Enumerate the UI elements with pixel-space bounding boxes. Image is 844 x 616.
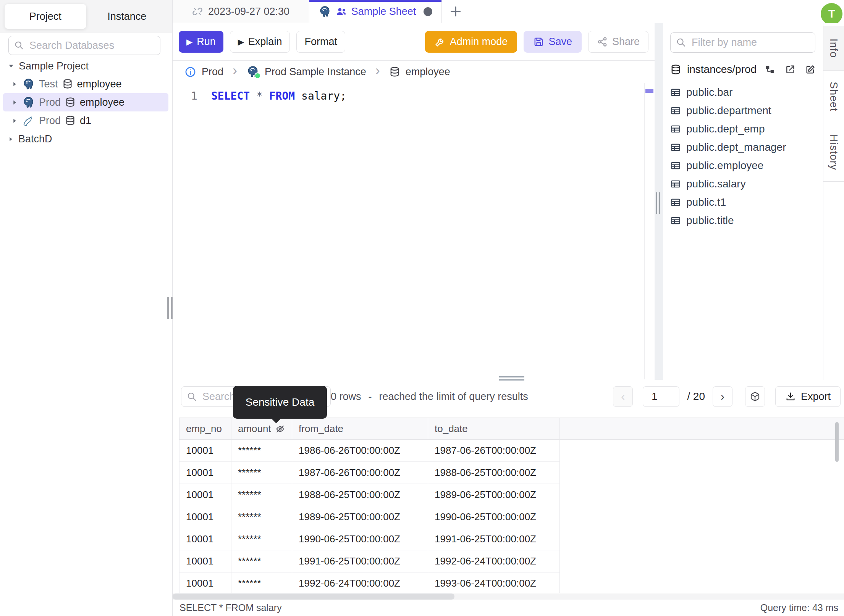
worksheet-tab-label: 2023-09-27 02:30 xyxy=(208,6,289,18)
sql-code-line: SELECT * FROM salary; xyxy=(211,90,346,102)
table-row[interactable]: 10001****** 1986-06-26T00:00:00Z1987-06-… xyxy=(179,440,844,462)
table-icon xyxy=(670,215,681,226)
filter-input[interactable] xyxy=(691,36,810,49)
sql-keyword: FROM xyxy=(269,90,295,102)
results-status-bar: SELECT * FROM salary Query time: 43 ms xyxy=(179,601,838,614)
table-icon xyxy=(670,142,681,153)
table-list-item[interactable]: public.dept_manager xyxy=(663,138,823,156)
table-row[interactable]: 10001****** 1990-06-25T00:00:00Z1991-06-… xyxy=(179,528,844,550)
tab-history[interactable]: History xyxy=(823,123,844,182)
breadcrumb-database[interactable]: employee xyxy=(406,66,450,78)
save-button[interactable]: Save xyxy=(524,31,582,53)
users-icon xyxy=(336,6,347,17)
table-list-item[interactable]: public.title xyxy=(663,211,823,230)
search-databases-field[interactable] xyxy=(8,36,160,55)
search-databases-input[interactable] xyxy=(29,39,155,52)
chevron-right-icon xyxy=(8,136,14,142)
chevron-right-icon xyxy=(11,99,18,106)
tab-info[interactable]: Info xyxy=(823,26,844,71)
batch-label: BatchD xyxy=(18,133,52,145)
results-resize-handle[interactable] xyxy=(499,376,524,382)
filter-field[interactable] xyxy=(670,32,815,53)
external-link-icon[interactable] xyxy=(785,64,795,75)
horizontal-scrollbar[interactable] xyxy=(173,593,844,600)
schema-sidebar: instances/prod public.bar public.departm… xyxy=(663,23,823,380)
table-list-item[interactable]: public.dept_emp xyxy=(663,120,823,138)
editor-overview-ruler[interactable] xyxy=(644,83,655,379)
environment-label: Prod xyxy=(39,97,61,108)
sql-editor[interactable]: 1 SELECT * FROM salary; xyxy=(173,83,655,379)
column-header[interactable]: to_date xyxy=(428,418,560,440)
database-icon xyxy=(389,66,400,77)
table-row[interactable]: 10001****** 1991-06-25T00:00:00Z1992-06-… xyxy=(179,550,844,572)
sidebar-mode-switcher: Project Instance xyxy=(0,0,172,33)
page-number-input[interactable] xyxy=(643,386,679,407)
column-header[interactable]: from_date xyxy=(292,418,428,440)
tree-node-prod-d1[interactable]: Prod d1 xyxy=(0,111,171,130)
admin-mode-button[interactable]: Admin mode xyxy=(425,31,517,53)
worksheet-tabbar: 2023-09-27 02:30 Sample Sheet T xyxy=(173,0,844,23)
share-button[interactable]: Share xyxy=(588,31,648,53)
column-header-amount[interactable]: amount xyxy=(231,418,292,440)
play-icon: ▶ xyxy=(238,38,244,46)
project-label: Sample Project xyxy=(19,60,89,72)
eye-off-icon[interactable] xyxy=(275,424,285,434)
tab-instance[interactable]: Instance xyxy=(86,4,168,29)
table-list-item[interactable]: public.bar xyxy=(663,83,823,102)
tree-node-test-employee[interactable]: Test employee xyxy=(0,75,171,93)
prev-page-button[interactable]: ‹ xyxy=(613,386,633,407)
unlink-icon xyxy=(192,6,203,17)
save-icon xyxy=(533,36,544,47)
editor-cursor-mark xyxy=(645,89,653,93)
database-icon xyxy=(670,64,681,75)
data-box-button[interactable] xyxy=(745,386,765,407)
info-circle-icon[interactable] xyxy=(184,66,196,78)
share-icon xyxy=(597,36,608,47)
tree-node-project[interactable]: Sample Project xyxy=(0,57,171,75)
new-tab-button[interactable] xyxy=(442,0,469,23)
tab-project[interactable]: Project xyxy=(5,4,86,29)
table-list-item[interactable]: public.t1 xyxy=(663,193,823,211)
worksheet-tab-label: Sample Sheet xyxy=(351,6,416,18)
table-icon xyxy=(670,197,681,208)
postgres-icon xyxy=(319,5,331,18)
export-button[interactable]: Export xyxy=(775,386,841,407)
column-header-filler xyxy=(560,418,844,440)
table-icon xyxy=(670,179,681,189)
right-panel-resize-handle[interactable] xyxy=(656,192,660,214)
table-list-item[interactable]: public.employee xyxy=(663,156,823,175)
table-list-item[interactable]: public.department xyxy=(663,102,823,120)
environment-label: Test xyxy=(39,78,58,90)
row-count: 0 rows xyxy=(331,391,361,403)
table-row[interactable]: 10001****** 1989-06-25T00:00:00Z1990-06-… xyxy=(179,506,844,528)
vertical-scrollbar[interactable] xyxy=(835,422,839,462)
left-panel-resize-handle[interactable] xyxy=(167,297,173,319)
unsaved-indicator-dot xyxy=(424,7,432,16)
worksheet-tab-sample-sheet-active[interactable]: Sample Sheet xyxy=(309,0,442,23)
edit-icon[interactable] xyxy=(805,64,816,75)
table-icon xyxy=(670,160,681,171)
tree-node-prod-employee-selected[interactable]: Prod employee xyxy=(3,93,168,111)
schema-diagram-icon[interactable] xyxy=(765,64,775,75)
table-row[interactable]: 10001****** 1992-06-24T00:00:00Z1993-06-… xyxy=(179,572,844,593)
breadcrumb-instance[interactable]: Prod Sample Instance xyxy=(265,66,366,78)
sql-editor-app: Project Instance Sample Project Test emp… xyxy=(0,0,844,616)
scrollbar-thumb[interactable] xyxy=(173,593,454,600)
table-row[interactable]: 10001****** 1988-06-25T00:00:00Z1989-06-… xyxy=(179,484,844,506)
next-page-button[interactable]: › xyxy=(713,386,732,407)
breadcrumb-environment[interactable]: Prod xyxy=(202,66,223,78)
table-row[interactable]: 10001****** 1987-06-26T00:00:00Z1988-06-… xyxy=(179,462,844,484)
wrench-icon xyxy=(435,36,446,47)
user-avatar[interactable]: T xyxy=(821,3,842,25)
column-header[interactable]: emp_no xyxy=(179,418,231,440)
tab-sheet[interactable]: Sheet xyxy=(823,71,844,123)
editor-panel: ▶ Run ▶ Explain Format Admin mode Save S… xyxy=(173,23,655,380)
tree-node-batchd[interactable]: BatchD xyxy=(0,130,171,148)
chevron-right-icon: › xyxy=(375,64,380,80)
worksheet-tab-timestamp[interactable]: 2023-09-27 02:30 xyxy=(173,0,309,23)
editor-toolbar: ▶ Run ▶ Explain Format Admin mode Save S… xyxy=(173,23,655,61)
table-list-item[interactable]: public.salary xyxy=(663,175,823,193)
run-button[interactable]: ▶ Run xyxy=(179,31,223,53)
explain-button[interactable]: ▶ Explain xyxy=(230,31,290,53)
format-button[interactable]: Format xyxy=(296,31,345,53)
